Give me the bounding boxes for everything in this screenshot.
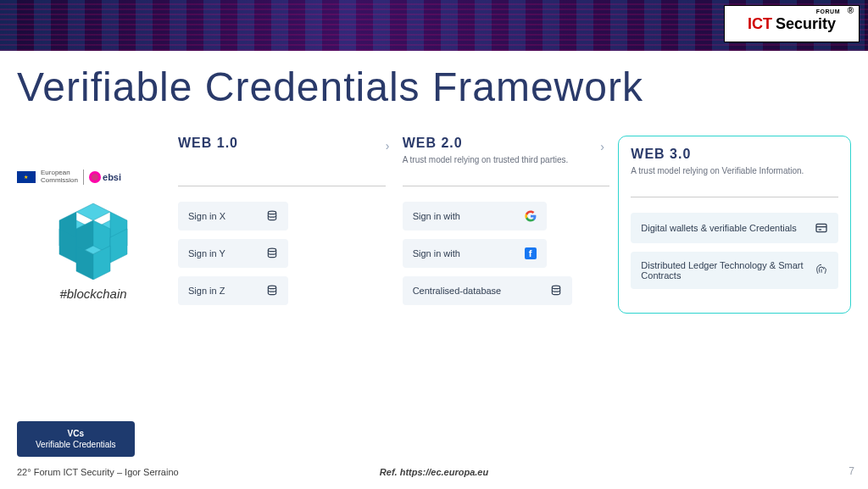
fingerprint-icon xyxy=(815,264,828,277)
column-web3: › WEB 3.0 A trust model relying on Verif… xyxy=(618,136,851,314)
svg-marker-0 xyxy=(76,203,110,220)
database-icon xyxy=(266,285,278,297)
svg-point-14 xyxy=(268,286,275,289)
web1-item: Sign in X xyxy=(178,202,288,231)
ebsi-logo: ebsi xyxy=(89,171,121,183)
footer-reference: Ref. https://ec.europa.eu xyxy=(380,467,488,477)
column-web1: WEB 1.0 Sign in X Sign in Y Sign in Z xyxy=(170,136,394,314)
eu-commission-label: European Commission xyxy=(41,169,84,185)
eu-ebsi-logos: European Commission ebsi xyxy=(17,169,170,185)
svg-point-13 xyxy=(268,248,275,252)
svg-rect-16 xyxy=(816,224,826,231)
slide: FORUM ® ICT Security Verifiable Credenti… xyxy=(0,0,868,489)
svg-point-15 xyxy=(552,286,559,289)
eu-flag-icon xyxy=(17,171,36,183)
blockchain-hashtag: #blockchain xyxy=(17,286,170,301)
column-web3-title: WEB 3.0 xyxy=(631,147,838,162)
item-label: Sign in with xyxy=(413,248,518,258)
logo-security: Security xyxy=(776,15,836,33)
column-web2-title: WEB 2.0 xyxy=(403,136,610,151)
content-row: European Commission ebsi xyxy=(0,119,868,314)
chevron-right-icon: › xyxy=(600,140,604,153)
web2-item: Sign in with xyxy=(403,202,547,231)
column-web2-subtitle: A trust model relying on trusted third p… xyxy=(403,154,610,165)
logo-forum-text: FORUM xyxy=(816,8,840,14)
vcs-legend-line1: VCs xyxy=(36,428,116,439)
database-icon xyxy=(266,247,278,259)
footer-left: 22° Forum ICT Security – Igor Serraino xyxy=(17,467,179,477)
ebsi-text: ebsi xyxy=(103,172,121,182)
logo-registered: ® xyxy=(848,6,854,15)
logo-ict: ICT xyxy=(748,15,772,33)
vcs-legend-button: VCs Verifiable Credentials xyxy=(17,421,135,457)
item-label: Sign in Z xyxy=(188,286,259,296)
database-icon xyxy=(266,210,278,222)
column-web3-subtitle: A trust model relying on Verifiable Info… xyxy=(631,165,838,176)
item-label: Digital wallets & verifiable Credentials xyxy=(641,223,808,233)
google-icon xyxy=(525,210,537,222)
blockchain-cube-icon xyxy=(42,195,144,280)
ebsi-bubble-icon xyxy=(89,171,101,183)
item-label: Distributed Ledger Technology & Smart Co… xyxy=(641,260,808,281)
facebook-icon: f xyxy=(525,247,537,259)
chevron-right-icon: › xyxy=(386,139,390,153)
web1-item: Sign in Z xyxy=(178,276,288,305)
column-web1-title: WEB 1.0 xyxy=(178,136,386,151)
web2-item: Centralised-database xyxy=(403,276,572,305)
column-web2: › WEB 2.0 A trust model relying on trust… xyxy=(394,136,619,314)
credential-card-icon xyxy=(815,221,828,235)
web2-item: Sign in with f xyxy=(403,239,547,268)
item-label: Sign in Y xyxy=(188,248,259,258)
item-label: Sign in with xyxy=(413,211,518,221)
ict-security-logo: FORUM ® ICT Security xyxy=(724,5,860,42)
web3-item: Digital wallets & verifiable Credentials xyxy=(631,213,838,243)
web-columns: WEB 1.0 Sign in X Sign in Y Sign in Z xyxy=(170,136,851,314)
top-banner: FORUM ® ICT Security xyxy=(0,0,868,51)
item-label: Centralised-database xyxy=(413,286,543,296)
slide-title: Verifiable Credentials Framework xyxy=(0,51,868,119)
page-number: 7 xyxy=(849,465,854,477)
column-web3-header: WEB 3.0 A trust model relying on Verifia… xyxy=(631,147,838,197)
item-label: Sign in X xyxy=(188,211,259,221)
database-icon xyxy=(550,285,562,297)
column-web1-header: WEB 1.0 xyxy=(178,136,386,186)
left-column: European Commission ebsi xyxy=(17,136,170,301)
vcs-legend-line2: Verifiable Credentials xyxy=(36,439,116,450)
svg-point-12 xyxy=(268,211,275,214)
web3-item: Distributed Ledger Technology & Smart Co… xyxy=(631,252,838,289)
web1-item: Sign in Y xyxy=(178,239,288,268)
column-web2-header: WEB 2.0 A trust model relying on trusted… xyxy=(403,136,610,186)
